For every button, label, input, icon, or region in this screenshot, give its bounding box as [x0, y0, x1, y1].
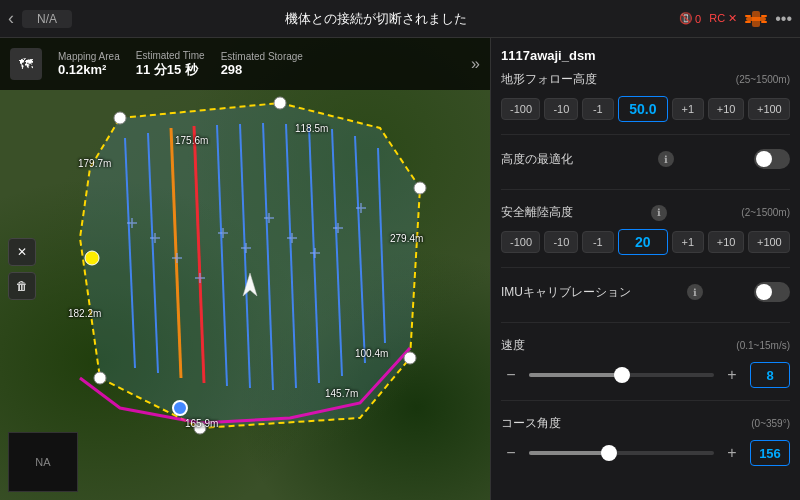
dist-top-left: 179.7m [78, 158, 111, 169]
speed-minus-button[interactable]: − [501, 366, 521, 384]
safe-altitude-buttons: -100 -10 -1 20 +1 +10 +100 [501, 229, 790, 255]
nav-label: N/A [22, 10, 72, 28]
signal-icon: 📵 [679, 12, 693, 25]
main-content: 🗺 Mapping Area 0.12km² Estimated Time 11… [0, 38, 800, 500]
speed-slider-thumb[interactable] [614, 367, 630, 383]
more-options-button[interactable]: ••• [775, 10, 792, 28]
svg-rect-4 [745, 21, 751, 23]
terrain-minus100-btn[interactable]: -100 [501, 98, 540, 120]
rc-status: RC ✕ [709, 12, 737, 25]
svg-rect-3 [761, 15, 767, 17]
terrain-follow-label: 地形フォロー高度 [501, 71, 597, 88]
svg-point-21 [114, 112, 126, 124]
imu-calibration-header: IMUキャリブレーション ℹ [501, 282, 790, 302]
terrain-follow-header: 地形フォロー高度 (25~1500m) [501, 71, 790, 88]
speed-group: 速度 (0.1~15m/s) − + 8 [501, 337, 790, 401]
safe-value-display: 20 [618, 229, 668, 255]
imu-info-button[interactable]: ℹ [687, 284, 703, 300]
speed-slider-fill [529, 373, 622, 377]
speed-label: 速度 [501, 337, 525, 354]
close-tool-button[interactable]: ✕ [8, 238, 36, 266]
dist-top: 175.6m [175, 135, 208, 146]
altitude-optimize-group: 高度の最適化 ℹ [501, 149, 790, 190]
svg-point-23 [414, 182, 426, 194]
altitude-optimize-header: 高度の最適化 ℹ [501, 149, 790, 169]
safe-minus1-btn[interactable]: -1 [582, 231, 614, 253]
safe-plus1-btn[interactable]: +1 [672, 231, 704, 253]
svg-point-22 [274, 97, 286, 109]
safe-altitude-range: (2~1500m) [741, 207, 790, 218]
delete-tool-button[interactable]: 🗑 [8, 272, 36, 300]
course-angle-header: コース角度 (0~359°) [501, 415, 790, 432]
signal-status: 📵 0 [679, 12, 701, 25]
top-bar: ‹ N/A 機体との接続が切断されました 📵 0 RC ✕ ••• [0, 0, 800, 38]
dist-bottom-right: 145.7m [325, 388, 358, 399]
dist-right: 279.4m [390, 233, 423, 244]
mission-name-row: 1117awaji_dsm [501, 48, 790, 63]
safe-plus10-btn[interactable]: +10 [708, 231, 744, 253]
course-angle-slider-container: − + 156 [501, 440, 790, 466]
safe-altitude-header: 安全離陸高度 ℹ (2~1500m) [501, 204, 790, 221]
imu-calibration-group: IMUキャリブレーション ℹ [501, 282, 790, 323]
speed-value-display: 8 [750, 362, 790, 388]
terrain-plus10-btn[interactable]: +10 [708, 98, 744, 120]
terrain-value-display: 50.0 [618, 96, 668, 122]
safe-altitude-group: 安全離陸高度 ℹ (2~1500m) -100 -10 -1 20 +1 +10… [501, 204, 790, 268]
terrain-plus1-btn[interactable]: +1 [672, 98, 704, 120]
course-angle-slider-thumb[interactable] [601, 445, 617, 461]
terrain-follow-range: (25~1500m) [736, 74, 790, 85]
mission-name: 1117awaji_dsm [501, 48, 596, 63]
imu-toggle[interactable] [754, 282, 790, 302]
speed-header: 速度 (0.1~15m/s) [501, 337, 790, 354]
dist-left: 182.2m [68, 308, 101, 319]
svg-point-27 [173, 401, 187, 415]
drone-status-icon [745, 10, 767, 28]
safe-plus100-btn[interactable]: +100 [748, 231, 790, 253]
course-angle-value-display: 156 [750, 440, 790, 466]
altitude-optimize-label: 高度の最適化 [501, 151, 573, 168]
dist-bottom: 165.9m [185, 418, 218, 429]
course-angle-label: コース角度 [501, 415, 561, 432]
safe-minus10-btn[interactable]: -10 [544, 231, 577, 253]
mini-map: NA [8, 432, 78, 492]
svg-rect-2 [745, 15, 751, 17]
terrain-minus10-btn[interactable]: -10 [544, 98, 577, 120]
imu-calibration-label: IMUキャリブレーション [501, 284, 631, 301]
svg-rect-1 [752, 11, 760, 27]
mini-map-label: NA [35, 456, 50, 468]
course-minus-button[interactable]: − [501, 444, 521, 462]
terrain-plus100-btn[interactable]: +100 [748, 98, 790, 120]
toggle-knob [756, 151, 772, 167]
speed-plus-button[interactable]: + [722, 366, 742, 384]
altitude-optimize-toggle[interactable] [754, 149, 790, 169]
svg-point-28 [85, 251, 99, 265]
svg-point-26 [94, 372, 106, 384]
course-angle-range: (0~359°) [751, 418, 790, 429]
course-angle-slider-fill [529, 451, 609, 455]
back-button[interactable]: ‹ [8, 8, 14, 29]
speed-slider-track[interactable] [529, 373, 714, 377]
course-angle-slider-track[interactable] [529, 451, 714, 455]
dist-bottom-left2: 100.4m [355, 348, 388, 359]
speed-range: (0.1~15m/s) [736, 340, 790, 351]
imu-toggle-knob [756, 284, 772, 300]
altitude-info-button[interactable]: ℹ [658, 151, 674, 167]
status-icons: 📵 0 RC ✕ ••• [679, 10, 792, 28]
safe-altitude-label: 安全離陸高度 [501, 204, 573, 221]
left-tools: ✕ 🗑 [8, 238, 36, 300]
connection-status-title: 機体との接続が切断されました [80, 10, 671, 28]
right-panel: 1117awaji_dsm 地形フォロー高度 (25~1500m) -100 -… [490, 38, 800, 500]
safe-minus100-btn[interactable]: -100 [501, 231, 540, 253]
map-panel: 🗺 Mapping Area 0.12km² Estimated Time 11… [0, 38, 490, 500]
dist-top-right: 118.5m [295, 123, 328, 134]
terrain-minus1-btn[interactable]: -1 [582, 98, 614, 120]
course-angle-group: コース角度 (0~359°) − + 156 [501, 415, 790, 478]
svg-point-24 [404, 352, 416, 364]
course-plus-button[interactable]: + [722, 444, 742, 462]
flight-path-svg [0, 38, 490, 500]
terrain-follow-buttons: -100 -10 -1 50.0 +1 +10 +100 [501, 96, 790, 122]
safe-altitude-info-button[interactable]: ℹ [651, 205, 667, 221]
terrain-follow-group: 地形フォロー高度 (25~1500m) -100 -10 -1 50.0 +1 … [501, 71, 790, 135]
speed-slider-container: − + 8 [501, 362, 790, 388]
signal-count: 0 [695, 13, 701, 25]
